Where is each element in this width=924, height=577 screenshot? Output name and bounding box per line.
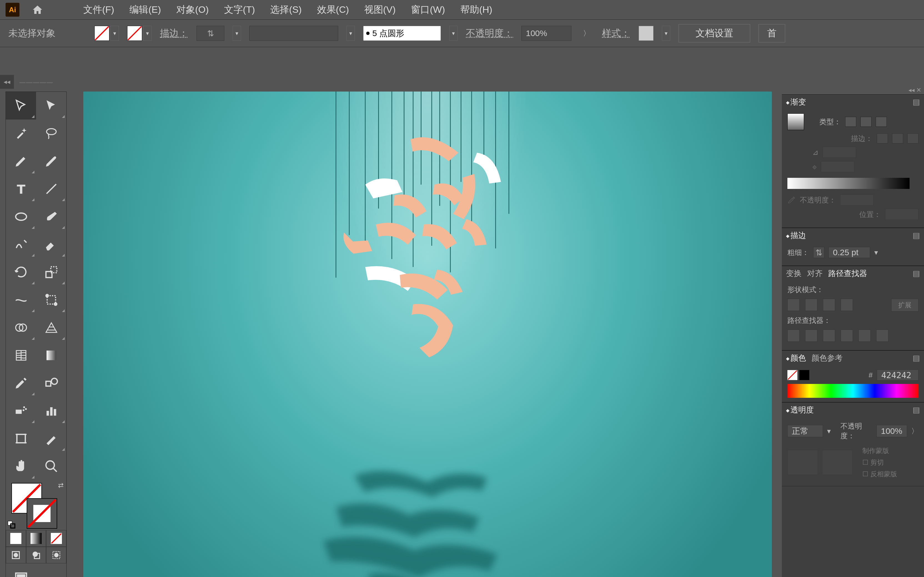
menu-type[interactable]: 文字(T)	[224, 3, 255, 16]
panel-menu-icon[interactable]: ▤	[913, 353, 920, 363]
stroke-tab[interactable]: 描边	[786, 230, 806, 241]
panel-grip-icon[interactable]	[19, 81, 53, 85]
transparency-opacity-input[interactable]: 100%	[877, 425, 907, 437]
blend-tool[interactable]	[36, 369, 66, 397]
trim-button[interactable]	[805, 330, 817, 342]
panel-collapse-icons[interactable]: ◂◂ ✕	[908, 87, 921, 94]
mask-thumb-source[interactable]	[787, 450, 818, 475]
graphic-style-swatch[interactable]	[638, 26, 654, 41]
eyedropper-tool[interactable]	[6, 369, 36, 397]
brush-dropdown[interactable]: ▾	[449, 26, 457, 41]
panel-menu-icon[interactable]: ▤	[913, 97, 920, 106]
exclude-button[interactable]	[841, 299, 853, 311]
screen-mode-button[interactable]	[6, 563, 36, 577]
opacity-arrow-icon[interactable]: 〉	[911, 426, 918, 436]
zoom-tool[interactable]	[36, 453, 66, 480]
stroke-swatch[interactable]	[800, 370, 809, 380]
divide-button[interactable]	[787, 330, 800, 342]
default-fill-stroke-icon[interactable]	[7, 521, 16, 529]
make-mask-button[interactable]: 制作蒙版	[863, 446, 897, 455]
clip-checkbox[interactable]: ☐ 剪切	[863, 458, 897, 467]
stroke-dropdown[interactable]: ▾	[143, 26, 152, 41]
gradient-tab[interactable]: 渐变	[786, 97, 806, 107]
slice-tool[interactable]	[36, 425, 66, 453]
eyedropper-icon[interactable]	[787, 196, 796, 204]
stroke-weight-stepper[interactable]: ⇅	[197, 26, 225, 41]
color-mode-button[interactable]	[6, 530, 26, 547]
transparency-tab[interactable]: 透明度	[786, 405, 814, 415]
intersect-button[interactable]	[823, 299, 835, 311]
gradient-preview[interactable]	[787, 113, 804, 130]
menu-file[interactable]: 文件(F)	[83, 3, 114, 16]
freeform-gradient-button[interactable]	[876, 117, 887, 127]
opacity-arrow[interactable]: 〉	[580, 26, 594, 41]
minus-back-button[interactable]	[876, 330, 888, 342]
menu-object[interactable]: 对象(O)	[176, 3, 209, 16]
mesh-tool[interactable]	[6, 342, 36, 369]
perspective-grid-tool[interactable]	[36, 314, 66, 342]
stroke-grad-1[interactable]	[877, 134, 888, 143]
swap-fill-stroke-icon[interactable]: ⇄	[58, 482, 64, 489]
crop-button[interactable]	[841, 330, 853, 342]
shape-builder-tool[interactable]	[6, 314, 36, 342]
stroke-grad-2[interactable]	[892, 134, 903, 143]
fill-dropdown[interactable]: ▾	[110, 26, 119, 41]
fill-swatch[interactable]	[94, 26, 110, 41]
hex-input[interactable]: 424242	[877, 369, 918, 380]
scale-tool[interactable]	[36, 258, 66, 286]
color-spectrum[interactable]	[787, 384, 918, 398]
artboard[interactable]	[83, 92, 772, 577]
variable-width-profile[interactable]	[249, 26, 338, 41]
style-dropdown[interactable]: ▾	[662, 26, 670, 41]
none-mode-button[interactable]	[46, 530, 66, 547]
outline-button[interactable]	[858, 330, 871, 342]
menu-select[interactable]: 选择(S)	[270, 3, 302, 16]
home-icon[interactable]	[31, 3, 44, 17]
line-segment-tool[interactable]	[36, 175, 66, 203]
opacity-input[interactable]: 100%	[522, 26, 572, 41]
rotate-tool[interactable]	[6, 258, 36, 286]
expand-button[interactable]: 扩展	[891, 299, 918, 311]
color-tab[interactable]: 颜色	[786, 353, 806, 363]
hand-tool[interactable]	[6, 453, 36, 480]
eraser-tool[interactable]	[36, 230, 66, 258]
dropdown-icon[interactable]: ▾	[874, 248, 878, 257]
gradient-mode-button[interactable]	[26, 530, 46, 547]
panel-expand-tab[interactable]: ◂◂	[0, 75, 14, 89]
gradient-angle-input[interactable]	[823, 147, 856, 158]
symbol-sprayer-tool[interactable]	[6, 397, 36, 425]
minus-front-button[interactable]	[805, 299, 817, 311]
vw-dropdown[interactable]: ▾	[347, 26, 355, 41]
stroke-weight-stepper[interactable]: ⇅	[813, 247, 824, 258]
stroke-weight-dropdown[interactable]: ▾	[233, 26, 241, 41]
align-tab[interactable]: 对齐	[807, 268, 823, 279]
width-tool[interactable]	[6, 286, 36, 314]
brush-definition[interactable]: 5 点圆形	[363, 26, 441, 41]
magic-wand-tool[interactable]	[6, 119, 36, 147]
menu-effect[interactable]: 效果(C)	[317, 3, 349, 16]
paintbrush-tool[interactable]	[36, 203, 66, 230]
panel-menu-icon[interactable]: ▤	[913, 231, 920, 240]
pathfinder-tab[interactable]: 路径查找器	[828, 268, 867, 279]
column-graph-tool[interactable]	[36, 397, 66, 425]
stroke-color-box[interactable]	[27, 498, 57, 529]
free-transform-tool[interactable]	[36, 286, 66, 314]
artboard-tool[interactable]	[6, 425, 36, 453]
unite-button[interactable]	[787, 299, 800, 311]
invert-checkbox[interactable]: ☐ 反相蒙版	[863, 470, 897, 479]
fill-none-swatch[interactable]	[787, 370, 797, 380]
direct-selection-tool[interactable]	[36, 92, 66, 119]
gradient-slider[interactable]	[787, 178, 909, 189]
curvature-tool[interactable]	[36, 147, 66, 175]
lasso-tool[interactable]	[36, 119, 66, 147]
menu-help[interactable]: 帮助(H)	[460, 3, 492, 16]
stroke-grad-3[interactable]	[907, 134, 918, 143]
gradient-ratio-input[interactable]	[821, 161, 854, 172]
document-setup-button[interactable]: 文档设置	[678, 24, 750, 42]
stroke-weight-value[interactable]: 0.25 pt	[829, 247, 870, 258]
shaper-tool[interactable]	[6, 230, 36, 258]
blend-mode-select[interactable]: 正常	[787, 425, 823, 437]
pen-tool[interactable]	[6, 147, 36, 175]
dropdown-icon[interactable]: ▾	[827, 427, 831, 435]
draw-inside-button[interactable]	[46, 547, 66, 563]
